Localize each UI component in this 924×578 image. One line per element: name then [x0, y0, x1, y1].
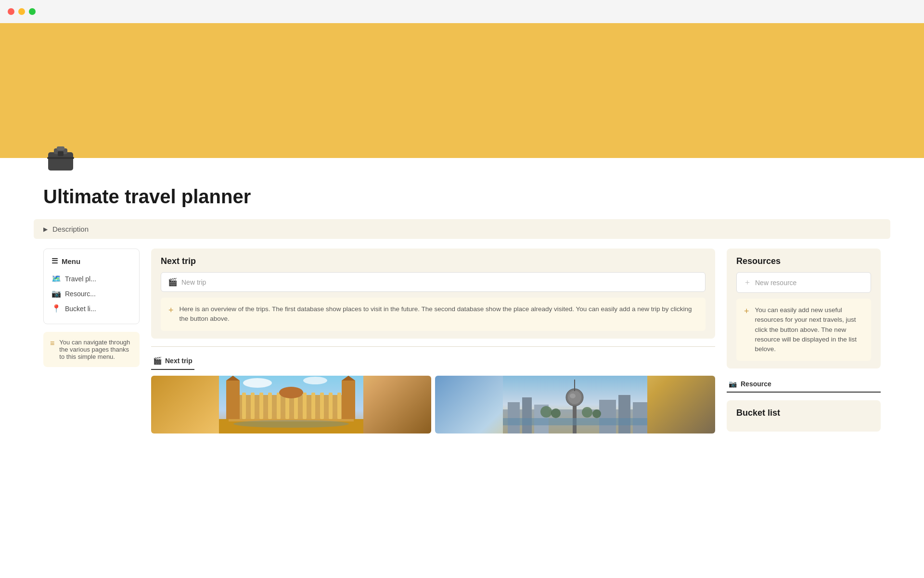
- svg-rect-36: [618, 395, 630, 434]
- next-trip-title: Next trip: [161, 256, 706, 266]
- svg-rect-35: [599, 400, 616, 434]
- sidebar: ☰ Menu 🗺️ Travel pl... 📷 Resourc... 📍 Bu…: [43, 249, 140, 434]
- svg-rect-17: [311, 393, 315, 419]
- svg-rect-18: [320, 393, 324, 419]
- svg-point-28: [243, 378, 272, 388]
- menu-icon: ☰: [51, 257, 58, 265]
- svg-point-45: [551, 408, 561, 418]
- next-trip-tab-label: Next trip: [165, 357, 192, 365]
- svg-point-47: [592, 409, 601, 418]
- next-trip-tab[interactable]: 🎬 Next trip: [151, 353, 194, 370]
- photo-grid: [151, 376, 715, 434]
- right-column: Resources ＋ New resource + You can easil…: [727, 249, 881, 434]
- sidebar-item-bucket[interactable]: 📍 Bucket li...: [51, 301, 131, 316]
- resource-tab-icon: 📷: [729, 380, 737, 388]
- page-title-area: Ultimate travel planner: [0, 178, 924, 219]
- svg-rect-9: [242, 393, 246, 419]
- divider: [151, 346, 715, 347]
- resources-info-text: You can easily add new useful resources …: [755, 305, 863, 354]
- svg-rect-2: [57, 146, 64, 150]
- svg-rect-12: [268, 393, 272, 419]
- svg-point-27: [233, 420, 349, 428]
- page-title: Ultimate travel planner: [43, 186, 881, 208]
- hero-banner: [0, 23, 924, 158]
- chevron-right-icon: ▶: [43, 226, 48, 233]
- svg-rect-23: [342, 381, 355, 419]
- svg-rect-22: [226, 381, 240, 419]
- svg-point-41: [570, 394, 576, 398]
- resources-section: Resources ＋ New resource + You can easil…: [727, 249, 881, 368]
- description-toggle[interactable]: ▶ Description: [34, 219, 890, 239]
- svg-point-29: [303, 377, 327, 384]
- minimize-button[interactable]: [18, 8, 25, 15]
- new-resource-button[interactable]: ＋ New resource: [736, 272, 871, 293]
- bucket-list-section: Bucket list: [727, 400, 881, 432]
- resources-info-card: + You can easily add new useful resource…: [736, 299, 871, 361]
- svg-rect-16: [303, 393, 307, 419]
- resource-tab-label: Resource: [741, 380, 771, 388]
- camera-icon: 📷: [51, 289, 61, 298]
- tab-row: 🎬 Next trip: [151, 353, 715, 370]
- tab-video-icon: 🎬: [153, 356, 162, 365]
- page-icon: [43, 139, 881, 178]
- sidebar-item-travel[interactable]: 🗺️ Travel pl...: [51, 271, 131, 286]
- main-content: ☰ Menu 🗺️ Travel pl... 📷 Resourc... 📍 Bu…: [0, 239, 924, 443]
- lines-icon: ≡: [50, 339, 54, 348]
- next-trip-info-text: Here is an overview of the trips. The fi…: [180, 304, 698, 324]
- close-button[interactable]: [8, 8, 14, 15]
- sidebar-menu: ☰ Menu 🗺️ Travel pl... 📷 Resourc... 📍 Bu…: [43, 249, 140, 324]
- svg-rect-19: [329, 393, 333, 419]
- plus-icon: +: [168, 305, 174, 315]
- page-icon-area: [0, 139, 924, 178]
- svg-rect-32: [508, 402, 520, 434]
- svg-rect-20: [337, 393, 341, 419]
- next-trip-info-card: + Here is an overview of the trips. The …: [161, 298, 706, 331]
- svg-rect-42: [574, 380, 575, 391]
- photo-berlin: [435, 376, 715, 434]
- svg-rect-4: [58, 151, 64, 156]
- svg-rect-43: [503, 418, 647, 425]
- svg-rect-33: [522, 397, 532, 434]
- menu-label: Menu: [62, 257, 80, 265]
- titlebar: [0, 0, 924, 23]
- new-trip-label: New trip: [181, 278, 206, 286]
- sidebar-item-resources[interactable]: 📷 Resourc...: [51, 286, 131, 301]
- new-trip-button[interactable]: 🎬 New trip: [161, 272, 706, 292]
- svg-rect-3: [47, 157, 74, 159]
- resources-title: Resources: [736, 256, 871, 266]
- next-trip-section: Next trip 🎬 New trip + Here is an overvi…: [151, 249, 715, 339]
- plus-circle-icon: ＋: [744, 277, 751, 288]
- video-icon: 🎬: [168, 277, 178, 287]
- svg-rect-7: [229, 395, 354, 421]
- pin-icon: 📍: [51, 304, 61, 313]
- center-column: Next trip 🎬 New trip + Here is an overvi…: [151, 249, 715, 434]
- plus-icon-2: +: [744, 306, 749, 316]
- sidebar-note: ≡ You can navigate through the various p…: [43, 332, 140, 367]
- menu-header: ☰ Menu: [51, 257, 131, 265]
- sidebar-item-travel-label: Travel pl...: [65, 275, 96, 283]
- map-icon: 🗺️: [51, 274, 61, 283]
- svg-rect-13: [277, 393, 281, 419]
- description-label: Description: [52, 225, 89, 233]
- svg-rect-11: [259, 393, 263, 419]
- resource-tab[interactable]: 📷 Resource: [727, 376, 881, 393]
- sidebar-item-bucket-label: Bucket li...: [65, 305, 96, 313]
- sidebar-item-resources-label: Resourc...: [65, 290, 96, 298]
- sidebar-note-text: You can navigate through the various pag…: [59, 339, 133, 360]
- new-resource-label: New resource: [755, 279, 796, 287]
- photo-seville: [151, 376, 431, 434]
- svg-rect-10: [251, 393, 255, 419]
- svg-point-26: [279, 387, 303, 398]
- maximize-button[interactable]: [29, 8, 36, 15]
- svg-point-44: [540, 406, 552, 418]
- svg-rect-37: [633, 402, 647, 434]
- bucket-list-title: Bucket list: [736, 408, 871, 418]
- svg-point-46: [582, 407, 592, 418]
